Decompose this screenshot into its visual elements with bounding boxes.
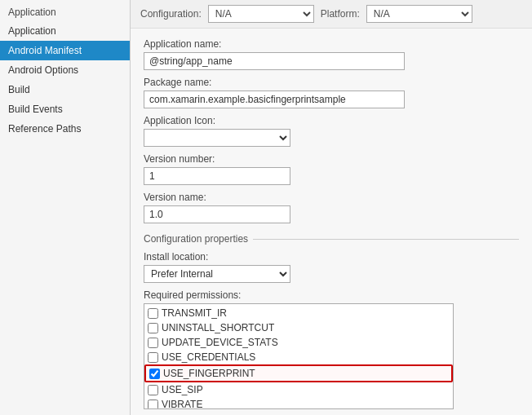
permission-item-uninstall-shortcut[interactable]: UNINSTALL_SHORTCUT: [144, 320, 453, 335]
platform-select[interactable]: N/A: [366, 5, 472, 23]
version-name-label: Version name:: [144, 192, 519, 203]
permission-checkbox-use-credentials[interactable]: [148, 352, 158, 363]
version-name-input[interactable]: [144, 205, 290, 223]
app-name-group: Application name:: [144, 38, 519, 70]
platform-label: Platform:: [321, 8, 360, 20]
permission-checkbox-use-sip[interactable]: [148, 385, 158, 395]
version-number-group: Version number:: [144, 153, 519, 185]
permission-label-uninstall-shortcut: UNINSTALL_SHORTCUT: [162, 322, 274, 333]
app-name-label: Application name:: [144, 38, 519, 50]
configuration-label: Configuration:: [140, 8, 202, 20]
permission-item-use-sip[interactable]: USE_SIP: [144, 382, 453, 397]
permissions-list: TRANSMIT_IRUNINSTALL_SHORTCUTUPDATE_DEVI…: [144, 303, 454, 409]
permission-label-vibrate: VIBRATE: [162, 399, 202, 409]
package-name-label: Package name:: [144, 77, 519, 88]
permission-label-use-fingerprint: USE_FINGERPRINT: [163, 368, 255, 379]
permission-item-use-fingerprint[interactable]: USE_FINGERPRINT: [144, 364, 453, 382]
permission-label-use-sip: USE_SIP: [162, 384, 203, 395]
permission-checkbox-vibrate[interactable]: [148, 400, 158, 410]
package-name-group: Package name:: [144, 77, 519, 108]
sidebar: Application ApplicationAndroid ManifestA…: [0, 0, 131, 415]
version-number-label: Version number:: [144, 153, 519, 165]
divider-line: [253, 239, 519, 240]
sidebar-item-android-manifest[interactable]: Android Manifest: [0, 41, 130, 60]
sidebar-item-android-options[interactable]: Android Options: [0, 60, 130, 80]
main-panel: Configuration: N/A Platform: N/A Applica…: [131, 0, 532, 415]
sidebar-section-header: Application: [0, 0, 130, 21]
permission-label-update-device-stats: UPDATE_DEVICE_STATS: [162, 337, 278, 348]
permission-checkbox-update-device-stats[interactable]: [148, 338, 158, 348]
install-location-select[interactable]: Prefer Internal: [144, 265, 290, 283]
permission-checkbox-transmit-ir[interactable]: [148, 308, 158, 319]
permission-item-transmit-ir[interactable]: TRANSMIT_IR: [144, 306, 453, 320]
install-location-group: Install location: Prefer Internal: [144, 251, 519, 283]
permission-checkbox-use-fingerprint[interactable]: [149, 369, 160, 379]
package-name-input[interactable]: [144, 91, 405, 108]
permission-item-use-credentials[interactable]: USE_CREDENTIALS: [144, 350, 453, 364]
toolbar: Configuration: N/A Platform: N/A: [131, 0, 532, 29]
required-permissions-label: Required permissions:: [144, 289, 519, 301]
sidebar-item-build[interactable]: Build: [0, 80, 130, 99]
config-properties-divider: Configuration properties: [144, 233, 519, 245]
app-icon-group: Application Icon:: [144, 115, 519, 147]
required-permissions-group: Required permissions: TRANSMIT_IRUNINSTA…: [144, 289, 519, 409]
sidebar-item-build-events[interactable]: Build Events: [0, 99, 130, 119]
app-name-input[interactable]: [144, 52, 405, 70]
app-icon-label: Application Icon:: [144, 115, 519, 126]
permission-checkbox-uninstall-shortcut[interactable]: [148, 323, 158, 333]
version-name-group: Version name:: [144, 192, 519, 223]
permission-item-update-device-stats[interactable]: UPDATE_DEVICE_STATS: [144, 335, 453, 350]
sidebar-item-application[interactable]: Application: [0, 21, 130, 41]
app-icon-select[interactable]: [144, 129, 290, 147]
permission-label-transmit-ir: TRANSMIT_IR: [162, 307, 227, 319]
configuration-select[interactable]: N/A: [208, 5, 314, 23]
sidebar-item-reference-paths[interactable]: Reference Paths: [0, 119, 130, 139]
version-number-input[interactable]: [144, 167, 290, 185]
permission-item-vibrate[interactable]: VIBRATE: [144, 397, 453, 409]
content-area: Application name: Package name: Applicat…: [131, 29, 532, 415]
config-properties-label: Configuration properties: [144, 233, 248, 245]
permission-label-use-credentials: USE_CREDENTIALS: [162, 351, 255, 363]
install-location-label: Install location:: [144, 251, 519, 263]
